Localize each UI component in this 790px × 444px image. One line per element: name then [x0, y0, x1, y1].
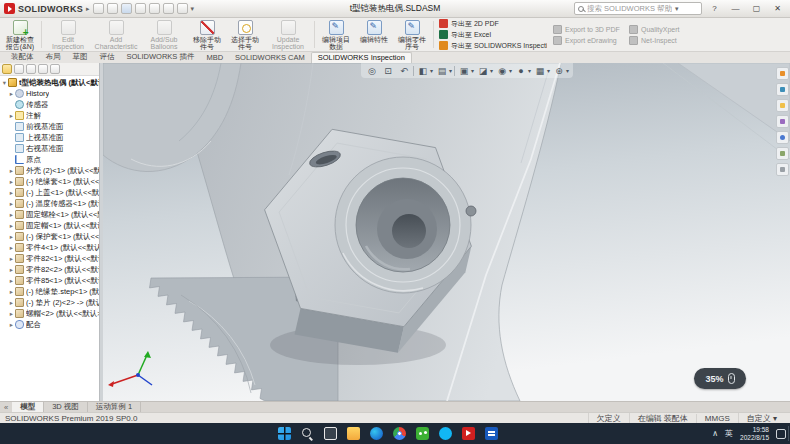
tree-item[interactable]: ▸(-) 绝缘套<1> (默认<<默认>_显示状态 1>) [1, 176, 99, 187]
start-button-icon[interactable] [278, 427, 291, 440]
view-settings-icon[interactable]: ⊛ [552, 64, 566, 77]
tree-item[interactable]: 传感器 [1, 99, 99, 110]
tree-item[interactable]: ▸(-) 温度传感器<1> (默认<<默认>_显示状态 1>) [1, 198, 99, 209]
tree-item[interactable]: ▸注解 [1, 110, 99, 121]
taskbar-clock[interactable]: 19:58 2022/8/15 [740, 426, 769, 441]
tab-scroll-left-icon[interactable]: « [0, 403, 12, 412]
net-inspect-button[interactable]: Net-Inspect [629, 36, 683, 45]
tab-motion-study[interactable]: 运动算例 1 [88, 402, 141, 412]
appearances-scenes-icon[interactable] [776, 131, 789, 144]
update-inspection-project-button[interactable]: Update Inspection Project [265, 19, 311, 50]
new-file-icon[interactable] [93, 3, 104, 14]
tab-addins[interactable]: SOLIDWORKS 插件 [121, 52, 201, 63]
status-custom[interactable]: 自定义 ▾ [738, 413, 785, 424]
export-edrawing-button[interactable]: Export eDrawing [553, 36, 623, 45]
tray-expand-icon[interactable]: ∧ [712, 429, 718, 438]
forum-icon[interactable] [776, 163, 789, 176]
tree-item[interactable]: 前视基准面 [1, 121, 99, 132]
add-characteristic-button[interactable]: Add Characteristic [93, 19, 139, 50]
file-explorer-icon[interactable] [347, 427, 360, 440]
edit-appearance-icon[interactable]: ● [514, 64, 528, 77]
export-inspection-standalone-button[interactable]: 导出至 SOLIDWORKS Inspection (独立) [439, 41, 547, 50]
task-view-icon[interactable] [324, 427, 337, 440]
tab-model[interactable]: 模型 [12, 402, 44, 412]
tree-item[interactable]: ▸零件82<1> (默认<<默认>_显示状态 1>) [1, 253, 99, 264]
new-inspection-report-button[interactable]: 新建检查报告(&N) [2, 19, 38, 50]
ime-indicator[interactable]: 英 [725, 428, 733, 439]
edit-characteristics-button[interactable]: 编辑特性 [356, 19, 392, 50]
tree-item[interactable]: ▸(-) 保护套<1> (默认<<默认>_显示状态 1>) [1, 231, 99, 242]
tab-layout[interactable]: 布局 [40, 52, 67, 63]
minimize-button[interactable]: — [727, 2, 744, 16]
tab-inspection[interactable]: SOLIDWORKS Inspection [311, 52, 412, 63]
word-icon[interactable] [485, 427, 498, 440]
tree-item[interactable]: ▸固定帽<1> (默认<<默认>_显示状态 1>) [1, 220, 99, 231]
pick-manual-balloons-button[interactable]: 选择手动件号 [227, 19, 263, 50]
edit-inspection-project-button[interactable]: Edit Inspection Project [45, 19, 91, 50]
tree-item[interactable]: ▸零件85<1> (默认<<默认>_显示状态 1>) [1, 275, 99, 286]
tree-item[interactable]: 上视基准面 [1, 132, 99, 143]
previous-view-icon[interactable]: ↶ [397, 64, 411, 77]
tree-item[interactable]: ▸零件4<1> (默认<<默认>_显示状态 1>) [1, 242, 99, 253]
search-input[interactable]: 搜索 SOLIDWORKS 帮助 ▾ [574, 2, 702, 15]
solidworks-resources-icon[interactable] [776, 67, 789, 80]
balloons-button[interactable]: Add/Sub Balloons [141, 19, 187, 50]
edge-browser-icon[interactable] [370, 427, 383, 440]
qualityxpert-button[interactable]: QualityXpert [629, 25, 683, 34]
custom-properties-icon[interactable] [776, 147, 789, 160]
tree-item[interactable]: ▸螺帽<2> (默认<<默认>_显示状态 1>) [1, 308, 99, 319]
section-view-icon[interactable]: ◧ [416, 64, 430, 77]
maximize-button[interactable]: ▢ [748, 2, 765, 16]
menu-expand-arrow[interactable]: ▸ [86, 5, 90, 13]
qq-icon[interactable] [439, 427, 452, 440]
tree-item-root[interactable]: ▾t型铠装热电偶 (默认<默认_显示状态-1>) [1, 77, 99, 88]
tree-item[interactable]: ▸(-) 绝缘垫.step<1> (默认<<默认>_显示状态 1>) [1, 286, 99, 297]
options-gear-icon[interactable] [177, 3, 188, 14]
configurationmanager-tab-icon[interactable] [26, 64, 36, 74]
tree-item[interactable]: 原点 [1, 154, 99, 165]
tree-item[interactable]: ▸固定螺栓<1> (默认<<默认>_显示状态 1>) [1, 209, 99, 220]
undo-icon[interactable] [149, 3, 160, 14]
tree-item[interactable]: 右视基准面 [1, 143, 99, 154]
3d-model-scene[interactable] [103, 63, 790, 401]
view-orientation-icon[interactable]: ▣ [457, 64, 471, 77]
remove-manual-balloons-button[interactable]: 移除手动件号 [189, 19, 225, 50]
save-icon[interactable] [121, 3, 132, 14]
file-explorer-pane-icon[interactable] [776, 99, 789, 112]
export-3d-pdf-button[interactable]: Export to 3D PDF [553, 25, 623, 34]
tree-item-mates[interactable]: ▸配合 [1, 319, 99, 330]
edit-balloon-numbers-button[interactable]: 编辑零件序号 [394, 19, 430, 50]
notification-center-icon[interactable] [776, 429, 786, 439]
graphics-viewport[interactable]: ◎ ⊡ ↶ ◧▾ ▤▾ ▣▾ ◪▾ ◉▾ ●▾ ▦▾ ⊛▾ [103, 63, 790, 401]
tree-item[interactable]: ▸(-) 上盖<1> (默认<<默认>_显示状态 1>) [1, 187, 99, 198]
display-style-icon[interactable]: ◪ [476, 64, 490, 77]
open-file-icon[interactable] [107, 3, 118, 14]
help-button[interactable]: ? [706, 2, 723, 16]
export-excel-button[interactable]: 导出至 Excel [439, 30, 547, 39]
propertymanager-tab-icon[interactable] [14, 64, 24, 74]
tab-assembly[interactable]: 装配体 [5, 52, 40, 63]
tree-item[interactable]: ▸(-) 垫片 (2)<2> -> (默认<<默认>_显示状态 1>) [1, 297, 99, 308]
print-icon[interactable] [135, 3, 146, 14]
featuremanager-tab-icon[interactable] [2, 64, 12, 74]
edit-project-data-button[interactable]: 编辑项目数据 [318, 19, 354, 50]
taskbar-search-icon[interactable] [301, 427, 314, 440]
tab-evaluate[interactable]: 评估 [94, 52, 121, 63]
tab-3d-views[interactable]: 3D 视图 [44, 402, 88, 412]
apply-scene-icon[interactable]: ▦ [533, 64, 547, 77]
close-button[interactable]: ✕ [769, 2, 786, 16]
annotation-view-icon[interactable]: ▤ [435, 64, 449, 77]
tab-cam[interactable]: SOLIDWORKS CAM [229, 53, 311, 63]
export-2d-pdf-button[interactable]: 导出至 2D PDF [439, 19, 547, 28]
chrome-browser-icon[interactable] [393, 427, 406, 440]
tree-item[interactable]: ▸History [1, 88, 99, 99]
view-palette-icon[interactable] [776, 115, 789, 128]
rebuild-icon[interactable] [163, 3, 174, 14]
search-caret-icon[interactable]: ▾ [675, 5, 679, 13]
tab-sketch[interactable]: 草图 [67, 52, 94, 63]
zoom-fit-icon[interactable]: ◎ [365, 64, 379, 77]
hide-show-items-icon[interactable]: ◉ [495, 64, 509, 77]
design-library-icon[interactable] [776, 83, 789, 96]
tab-mbd[interactable]: MBD [200, 53, 229, 63]
status-units[interactable]: MMGS [696, 414, 738, 423]
